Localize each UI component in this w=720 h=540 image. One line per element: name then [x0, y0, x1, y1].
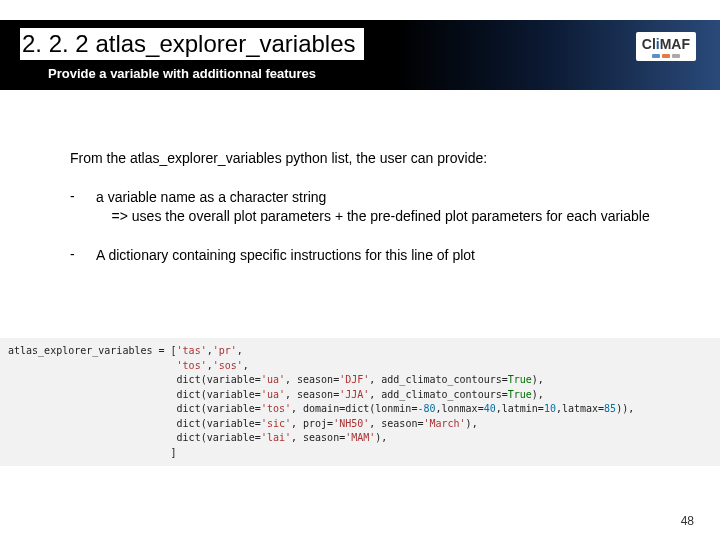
intro-text: From the atlas_explorer_variables python… — [70, 150, 680, 166]
code-block: atlas_explorer_variables = ['tas','pr', … — [0, 338, 720, 466]
logo-squares — [642, 54, 690, 58]
header-text-block: 2. 2. 2 atlas_explorer_variables Provide… — [20, 28, 636, 81]
climaf-logo: CliMAF — [636, 32, 696, 61]
bullet-item-1: - a variable name as a character string … — [70, 188, 680, 226]
bullet-item-2: - A dictionary containing specific instr… — [70, 246, 680, 265]
slide-header: 2. 2. 2 atlas_explorer_variables Provide… — [0, 20, 720, 90]
body-content: From the atlas_explorer_variables python… — [70, 150, 680, 285]
bullet-dash: - — [70, 246, 96, 265]
logo-text: CliMAF — [642, 36, 690, 52]
bullet1-line1: a variable name as a character string — [96, 189, 326, 205]
bullet-dash: - — [70, 188, 96, 226]
bullet-text: a variable name as a character string =>… — [96, 188, 650, 226]
bullet2-text: A dictionary containing specific instruc… — [96, 246, 475, 265]
page-subtitle: Provide a variable with additionnal feat… — [48, 66, 636, 81]
page-number: 48 — [681, 514, 694, 528]
bullet1-line2: => uses the overall plot parameters + th… — [112, 208, 650, 224]
page-title: 2. 2. 2 atlas_explorer_variables — [20, 28, 364, 60]
